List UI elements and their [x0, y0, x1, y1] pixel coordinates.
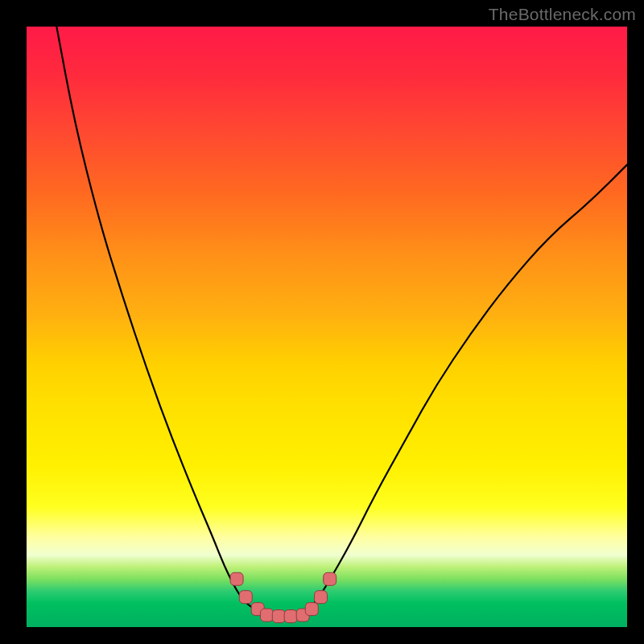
plot-area — [27, 27, 627, 627]
marker-layer — [27, 27, 627, 627]
bottleneck-curve — [56, 27, 627, 618]
curve-layer — [27, 27, 627, 627]
valley-marker — [296, 609, 309, 621]
valley-marker — [239, 591, 252, 604]
watermark-text: TheBottleneck.com — [489, 5, 636, 24]
valley-marker — [260, 609, 273, 621]
chart-frame: TheBottleneck.com — [0, 0, 644, 644]
valley-marker — [305, 603, 318, 616]
valley-marker — [272, 610, 285, 623]
valley-marker — [284, 610, 297, 623]
valley-marker — [230, 572, 243, 585]
valley-marker — [251, 603, 264, 616]
valley-marker — [315, 591, 328, 604]
valley-marker — [324, 572, 336, 585]
